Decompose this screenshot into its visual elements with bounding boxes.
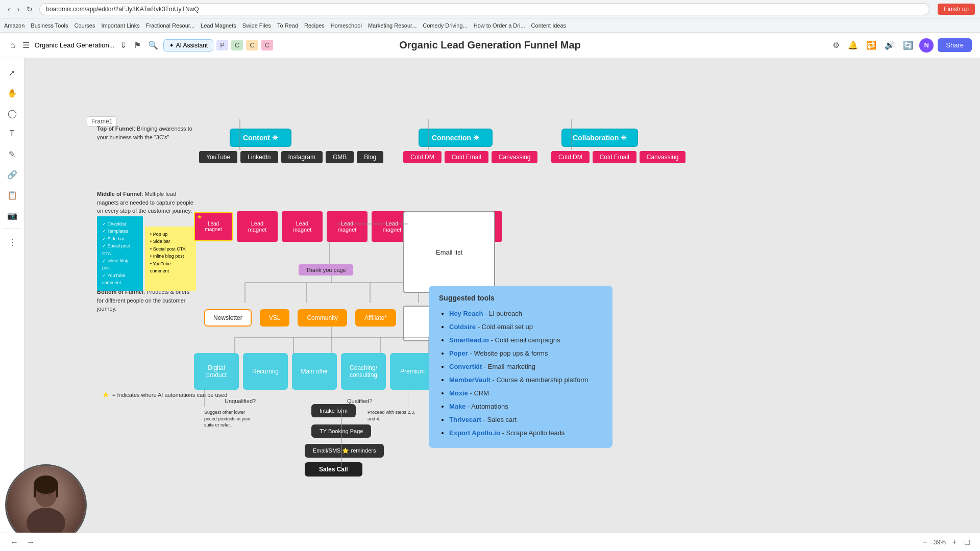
undo-button[interactable]: ← (8, 536, 20, 549)
bookmark-comedy[interactable]: Comedy Driving... (423, 22, 467, 29)
bookmark-amazon[interactable]: Amazon (4, 22, 24, 29)
content-channels: YouTube LinkedIn Instagram GMB Blog (199, 151, 383, 163)
channel-instagram[interactable]: Instagram (281, 151, 323, 163)
fit-to-screen-button[interactable]: □ (963, 536, 972, 549)
tool-export-apollo-link[interactable]: Export Apollo.io (449, 429, 500, 437)
finish-button[interactable]: Finish up (938, 4, 975, 15)
bookmark-marketing[interactable]: Marketing Resour... (368, 22, 416, 29)
share-button[interactable]: Share (938, 38, 972, 52)
menu-button[interactable]: ☰ (20, 38, 32, 52)
product-digital: Digital product (194, 353, 239, 390)
tool-c2[interactable]: C (246, 40, 258, 51)
connection-canvassing[interactable]: Canvassing (492, 151, 538, 163)
product-premium: Premium (390, 353, 435, 390)
bookmark-button[interactable]: ⚑ (132, 38, 143, 52)
reload-button[interactable]: ↻ (24, 4, 35, 14)
zoom-out-button[interactable]: − (921, 536, 929, 549)
bookmark-fractional[interactable]: Fractional Resour... (146, 22, 194, 29)
content-box: Content ✳ (230, 129, 291, 147)
toolbar-right: ⚙ 🔔 🔁 🔊 🔄 N Share (830, 38, 972, 53)
yellow-popup: • Pop up (150, 231, 191, 238)
community-btn[interactable]: Community (298, 309, 347, 327)
sidebar-text-tool[interactable]: T (3, 124, 21, 143)
bookmark-content-ideas[interactable]: Content Ideas (531, 22, 567, 29)
tool-c3[interactable]: C (261, 40, 273, 51)
tools-panel-title: Suggested tools (439, 294, 602, 302)
download-button[interactable]: ⇓ (118, 38, 129, 52)
tool-smartlead: Smartlead.io - Cold email campaigns (449, 334, 602, 347)
browser-navigation[interactable]: ‹ › ↻ (5, 4, 35, 14)
top-funnel-title: Top of Funnel (97, 126, 134, 132)
bookmark-business-tools[interactable]: Business Tools (31, 22, 68, 29)
collab-canvassing[interactable]: Canvassing (640, 151, 686, 163)
bookmark-important-links[interactable]: Important Links (102, 22, 140, 29)
tool-hey-reach-link[interactable]: Hey Reach (449, 310, 483, 317)
toolbar-icon-1[interactable]: ⚙ (830, 38, 842, 52)
tool-poper-link[interactable]: Poper (449, 349, 468, 357)
redo-button[interactable]: → (24, 536, 37, 549)
tool-convertkit-link[interactable]: Convertkit (449, 363, 482, 370)
zoom-in-button[interactable]: + (950, 536, 959, 549)
bookmark-lead-magnets[interactable]: Lead Magnets (201, 22, 236, 29)
sidebar-more-tool[interactable]: ⋮ (3, 233, 21, 252)
sidebar-shapes-tool[interactable]: ◯ (3, 104, 21, 122)
tool-thrivecart-link[interactable]: Thrivecart (449, 416, 481, 423)
content-box-label: Content ✳ (243, 134, 278, 142)
channel-blog[interactable]: Blog (357, 151, 383, 163)
collaboration-box-label: Collaboration ✳ (573, 134, 627, 142)
collab-cold-email[interactable]: Cold Email (593, 151, 636, 163)
tool-c1[interactable]: C (231, 40, 243, 51)
toolbar-icon-3[interactable]: 🔁 (864, 38, 878, 52)
svg-point-23 (27, 508, 65, 536)
ai-assistant-btn[interactable]: ✦ AI Assistant (163, 39, 214, 52)
tool-membervault: MemberVault - Course & membership platfo… (449, 373, 602, 387)
sidebar-image-tool[interactable]: 📷 (3, 206, 21, 224)
tool-thrivecart: Thrivecart - Sales cart (449, 413, 602, 427)
svg-rect-26 (56, 485, 58, 497)
newsletter-btn[interactable]: Newsletter (204, 309, 252, 327)
tool-membervault-link[interactable]: MemberVault (449, 376, 491, 384)
bookmark-recipes[interactable]: Recipes (304, 22, 325, 29)
sidebar-hand-tool[interactable]: ✋ (3, 84, 21, 102)
collaboration-channels: Cold DM Cold Email Canvassing (551, 151, 685, 163)
tool-coldsire-link[interactable]: Coldsire (449, 323, 476, 331)
tool-p[interactable]: P (216, 40, 228, 51)
sidebar-connect-tool[interactable]: 🔗 (3, 165, 21, 184)
bookmark-how-to-order[interactable]: How to Order a Dri... (474, 22, 525, 29)
forward-button[interactable]: › (15, 4, 22, 14)
teal-sticky-checklist: ✓ Checklist (102, 220, 138, 228)
home-button[interactable]: ⌂ (8, 39, 17, 52)
bookmarks-bar: Amazon Business Tools Courses Important … (0, 18, 980, 33)
bookmark-homeschool[interactable]: Homeschool (331, 22, 362, 29)
tool-smartlead-link[interactable]: Smartlead.io (449, 336, 489, 344)
sidebar-pen-tool[interactable]: ✎ (3, 145, 21, 163)
vsl-btn[interactable]: VSL (260, 309, 290, 327)
connection-channels: Cold DM Cold Email Canvassing (403, 151, 537, 163)
sidebar-cursor-tool[interactable]: ➚ (3, 63, 21, 82)
avatar: N (919, 38, 934, 53)
channel-youtube[interactable]: YouTube (199, 151, 237, 163)
connection-cold-email[interactable]: Cold Email (445, 151, 488, 163)
toolbar-icon-5[interactable]: 🔄 (901, 38, 915, 52)
bookmark-swipe-files[interactable]: Swipe Files (242, 22, 271, 29)
ty-booking-box: TY Booking Page (311, 424, 371, 438)
channel-gmb[interactable]: GMB (326, 151, 354, 163)
channel-linkedin[interactable]: LinkedIn (240, 151, 278, 163)
back-button[interactable]: ‹ (5, 4, 13, 14)
address-bar[interactable]: boardmix.com/app/editor/2aEJy3KATwRvk3Tm… (39, 3, 929, 15)
search-button[interactable]: 🔍 (146, 38, 160, 52)
bookmark-to-read[interactable]: To Read (277, 22, 298, 29)
tools-list: Hey Reach - LI outreach Coldsire - Cold … (439, 307, 602, 440)
tool-moxie-link[interactable]: Moxie (449, 389, 468, 397)
sidebar-sticky-tool[interactable]: 📋 (3, 186, 21, 204)
collab-cold-dm[interactable]: Cold DM (551, 151, 590, 163)
affiliate-btn[interactable]: Affiliate* (355, 309, 396, 327)
sticky-notes-area: ✓ Checklist ✓ Templates ✓ Side bar ✓ Soc… (97, 216, 196, 291)
tool-poper: Poper - Website pop ups & forms (449, 347, 602, 360)
toolbar-icon-2[interactable]: 🔔 (846, 38, 860, 52)
person-silhouette (20, 474, 71, 536)
bookmark-courses[interactable]: Courses (75, 22, 95, 29)
tool-make-link[interactable]: Make (449, 403, 466, 410)
connection-cold-dm[interactable]: Cold DM (403, 151, 442, 163)
toolbar-icon-4[interactable]: 🔊 (883, 38, 897, 52)
